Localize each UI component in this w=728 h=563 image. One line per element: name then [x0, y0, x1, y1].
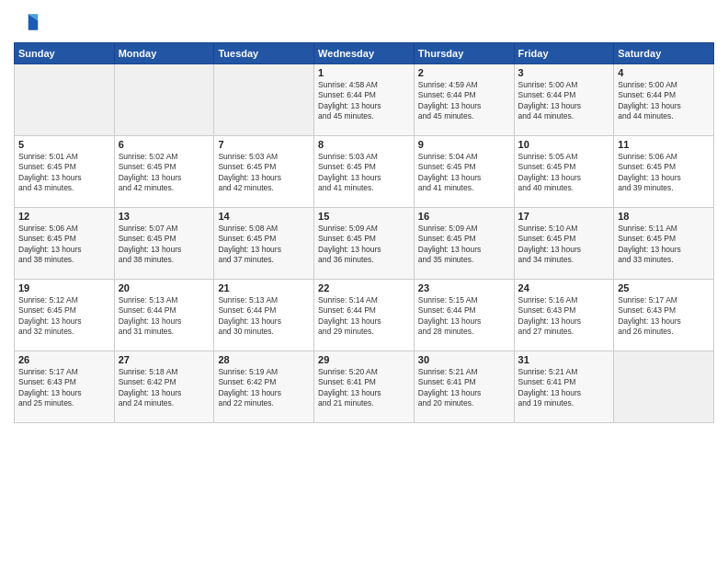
day-info: Sunrise: 5:03 AM Sunset: 6:45 PM Dayligh… — [218, 152, 310, 194]
calendar-day-21: 21Sunrise: 5:13 AM Sunset: 6:44 PM Dayli… — [214, 280, 314, 351]
calendar-day-29: 29Sunrise: 5:20 AM Sunset: 6:41 PM Dayli… — [314, 351, 415, 423]
day-number: 17 — [518, 211, 610, 222]
day-info: Sunrise: 5:12 AM Sunset: 6:45 PM Dayligh… — [18, 295, 110, 338]
calendar-day-9: 9Sunrise: 5:04 AM Sunset: 6:45 PM Daylig… — [414, 136, 514, 208]
weekday-header-wednesday: Wednesday — [314, 43, 415, 64]
day-number: 15 — [318, 211, 410, 222]
day-number: 21 — [218, 282, 310, 293]
day-info: Sunrise: 5:07 AM Sunset: 6:45 PM Dayligh… — [119, 224, 210, 266]
day-info: Sunrise: 4:58 AM Sunset: 6:44 PM Dayligh… — [318, 80, 410, 122]
day-number: 18 — [618, 211, 710, 222]
day-info: Sunrise: 5:21 AM Sunset: 6:41 PM Dayligh… — [418, 367, 510, 409]
day-info: Sunrise: 5:15 AM Sunset: 6:44 PM Dayligh… — [418, 295, 510, 338]
calendar-table: SundayMondayTuesdayWednesdayThursdayFrid… — [14, 42, 714, 423]
day-info: Sunrise: 5:13 AM Sunset: 6:44 PM Dayligh… — [218, 295, 310, 338]
day-info: Sunrise: 5:13 AM Sunset: 6:44 PM Dayligh… — [119, 295, 210, 338]
day-number: 16 — [418, 211, 510, 222]
calendar-empty-cell — [114, 64, 214, 136]
day-info: Sunrise: 5:04 AM Sunset: 6:45 PM Dayligh… — [418, 152, 510, 194]
calendar-day-6: 6Sunrise: 5:02 AM Sunset: 6:45 PM Daylig… — [114, 136, 214, 208]
day-number: 1 — [318, 67, 410, 78]
weekday-header-sunday: Sunday — [15, 43, 115, 64]
calendar-day-4: 4Sunrise: 5:00 AM Sunset: 6:44 PM Daylig… — [614, 64, 714, 136]
day-number: 25 — [618, 282, 710, 293]
day-info: Sunrise: 5:17 AM Sunset: 6:43 PM Dayligh… — [618, 295, 710, 338]
logo-icon — [14, 9, 40, 35]
day-number: 4 — [618, 67, 710, 78]
calendar-day-26: 26Sunrise: 5:17 AM Sunset: 6:43 PM Dayli… — [15, 351, 115, 423]
calendar-day-20: 20Sunrise: 5:13 AM Sunset: 6:44 PM Dayli… — [114, 280, 214, 351]
calendar-day-19: 19Sunrise: 5:12 AM Sunset: 6:45 PM Dayli… — [15, 280, 115, 351]
day-number: 20 — [119, 282, 210, 293]
day-info: Sunrise: 5:18 AM Sunset: 6:42 PM Dayligh… — [119, 367, 210, 409]
day-number: 8 — [318, 139, 410, 150]
day-info: Sunrise: 5:02 AM Sunset: 6:45 PM Dayligh… — [119, 152, 210, 194]
logo — [14, 9, 43, 35]
day-info: Sunrise: 5:08 AM Sunset: 6:45 PM Dayligh… — [218, 224, 310, 266]
calendar-week-row: 19Sunrise: 5:12 AM Sunset: 6:45 PM Dayli… — [15, 280, 714, 351]
day-number: 28 — [218, 354, 310, 365]
day-info: Sunrise: 5:06 AM Sunset: 6:45 PM Dayligh… — [18, 224, 110, 266]
day-number: 14 — [218, 211, 310, 222]
day-info: Sunrise: 5:09 AM Sunset: 6:45 PM Dayligh… — [418, 224, 510, 266]
calendar-week-row: 1Sunrise: 4:58 AM Sunset: 6:44 PM Daylig… — [15, 64, 714, 136]
day-info: Sunrise: 5:03 AM Sunset: 6:45 PM Dayligh… — [318, 152, 410, 194]
calendar-day-12: 12Sunrise: 5:06 AM Sunset: 6:45 PM Dayli… — [15, 208, 115, 280]
day-info: Sunrise: 5:06 AM Sunset: 6:45 PM Dayligh… — [618, 152, 710, 194]
calendar-day-7: 7Sunrise: 5:03 AM Sunset: 6:45 PM Daylig… — [214, 136, 314, 208]
calendar-day-22: 22Sunrise: 5:14 AM Sunset: 6:44 PM Dayli… — [314, 280, 415, 351]
day-info: Sunrise: 5:19 AM Sunset: 6:42 PM Dayligh… — [218, 367, 310, 409]
weekday-header-saturday: Saturday — [614, 43, 714, 64]
day-number: 7 — [218, 139, 310, 150]
calendar-day-11: 11Sunrise: 5:06 AM Sunset: 6:45 PM Dayli… — [614, 136, 714, 208]
day-number: 26 — [18, 354, 110, 365]
day-number: 11 — [618, 139, 710, 150]
calendar-empty-cell — [214, 64, 314, 136]
day-number: 29 — [318, 354, 410, 365]
calendar-day-23: 23Sunrise: 5:15 AM Sunset: 6:44 PM Dayli… — [414, 280, 514, 351]
day-info: Sunrise: 5:17 AM Sunset: 6:43 PM Dayligh… — [18, 367, 110, 409]
calendar-day-13: 13Sunrise: 5:07 AM Sunset: 6:45 PM Dayli… — [114, 208, 214, 280]
day-number: 5 — [18, 139, 110, 150]
page-header — [14, 9, 714, 35]
calendar-week-row: 26Sunrise: 5:17 AM Sunset: 6:43 PM Dayli… — [15, 351, 714, 423]
calendar-day-8: 8Sunrise: 5:03 AM Sunset: 6:45 PM Daylig… — [314, 136, 415, 208]
calendar-week-row: 12Sunrise: 5:06 AM Sunset: 6:45 PM Dayli… — [15, 208, 714, 280]
calendar-empty-cell — [614, 351, 714, 423]
calendar-day-25: 25Sunrise: 5:17 AM Sunset: 6:43 PM Dayli… — [614, 280, 714, 351]
calendar-day-31: 31Sunrise: 5:21 AM Sunset: 6:41 PM Dayli… — [514, 351, 614, 423]
day-number: 10 — [518, 139, 610, 150]
weekday-header-row: SundayMondayTuesdayWednesdayThursdayFrid… — [15, 43, 714, 64]
calendar-day-15: 15Sunrise: 5:09 AM Sunset: 6:45 PM Dayli… — [314, 208, 415, 280]
calendar-day-3: 3Sunrise: 5:00 AM Sunset: 6:44 PM Daylig… — [514, 64, 614, 136]
day-info: Sunrise: 4:59 AM Sunset: 6:44 PM Dayligh… — [418, 80, 510, 122]
calendar-week-row: 5Sunrise: 5:01 AM Sunset: 6:45 PM Daylig… — [15, 136, 714, 208]
day-number: 24 — [518, 282, 610, 293]
day-number: 2 — [418, 67, 510, 78]
calendar-day-10: 10Sunrise: 5:05 AM Sunset: 6:45 PM Dayli… — [514, 136, 614, 208]
day-info: Sunrise: 5:10 AM Sunset: 6:45 PM Dayligh… — [518, 224, 610, 266]
calendar-day-1: 1Sunrise: 4:58 AM Sunset: 6:44 PM Daylig… — [314, 64, 415, 136]
day-number: 27 — [119, 354, 210, 365]
weekday-header-monday: Monday — [114, 43, 214, 64]
day-info: Sunrise: 5:21 AM Sunset: 6:41 PM Dayligh… — [518, 367, 610, 409]
day-number: 12 — [18, 211, 110, 222]
day-number: 13 — [119, 211, 210, 222]
day-info: Sunrise: 5:01 AM Sunset: 6:45 PM Dayligh… — [18, 152, 110, 194]
weekday-header-friday: Friday — [514, 43, 614, 64]
day-number: 19 — [18, 282, 110, 293]
day-info: Sunrise: 5:16 AM Sunset: 6:43 PM Dayligh… — [518, 295, 610, 338]
day-info: Sunrise: 5:14 AM Sunset: 6:44 PM Dayligh… — [318, 295, 410, 338]
calendar-day-2: 2Sunrise: 4:59 AM Sunset: 6:44 PM Daylig… — [414, 64, 514, 136]
day-info: Sunrise: 5:11 AM Sunset: 6:45 PM Dayligh… — [618, 224, 710, 266]
calendar-day-14: 14Sunrise: 5:08 AM Sunset: 6:45 PM Dayli… — [214, 208, 314, 280]
calendar-day-17: 17Sunrise: 5:10 AM Sunset: 6:45 PM Dayli… — [514, 208, 614, 280]
day-number: 6 — [119, 139, 210, 150]
day-info: Sunrise: 5:00 AM Sunset: 6:44 PM Dayligh… — [618, 80, 710, 122]
day-number: 30 — [418, 354, 510, 365]
weekday-header-thursday: Thursday — [414, 43, 514, 64]
day-number: 3 — [518, 67, 610, 78]
calendar-day-24: 24Sunrise: 5:16 AM Sunset: 6:43 PM Dayli… — [514, 280, 614, 351]
calendar-day-18: 18Sunrise: 5:11 AM Sunset: 6:45 PM Dayli… — [614, 208, 714, 280]
weekday-header-tuesday: Tuesday — [214, 43, 314, 64]
